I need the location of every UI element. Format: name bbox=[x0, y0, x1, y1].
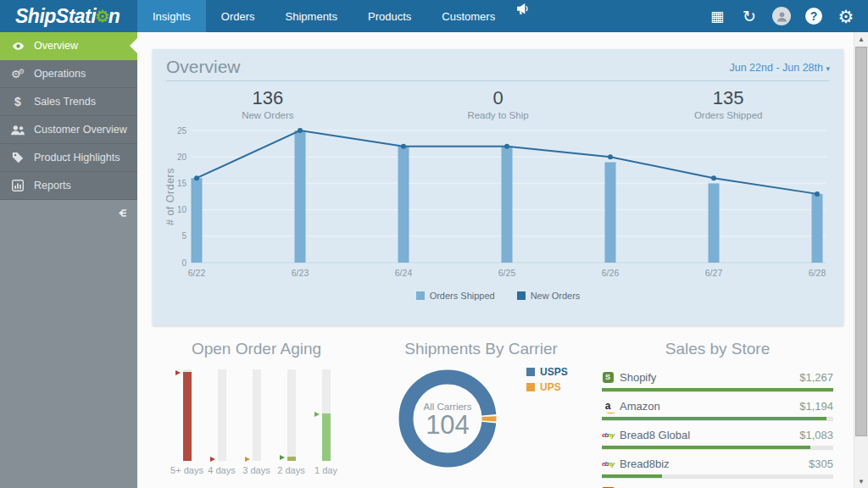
bar-orders-shipped bbox=[812, 194, 823, 263]
page-scrollbar[interactable]: ▲ ▼ bbox=[854, 32, 868, 488]
eye-icon bbox=[10, 40, 25, 53]
nav-tab-shipments[interactable]: Shipments bbox=[270, 0, 353, 32]
donut-center-value: 104 bbox=[426, 412, 470, 440]
aging-bar-4-days: 4 days bbox=[204, 369, 239, 475]
store-row-amazon: aAmazon$1,194 bbox=[602, 392, 833, 421]
help-icon[interactable]: ? bbox=[804, 6, 824, 26]
navbar-utility-icons: ▦↻?⚙ bbox=[707, 0, 868, 32]
nav-tab-customers[interactable]: Customers bbox=[426, 0, 510, 32]
ebay-icon: ebay bbox=[602, 458, 614, 469]
carrier-legend-usps: USPS bbox=[526, 366, 568, 378]
bar-orders-shipped bbox=[192, 178, 203, 263]
svg-text:5: 5 bbox=[181, 231, 186, 241]
gears-icon: ⚙⚙ bbox=[10, 69, 25, 80]
store-row-shopify: SShopify$1,267 bbox=[602, 363, 833, 392]
user-icon[interactable] bbox=[771, 6, 792, 26]
bar-orders-shipped bbox=[295, 130, 306, 263]
summary-stats: 136New Orders0Ready to Ship135Orders Shi… bbox=[153, 81, 843, 122]
sync-icon[interactable]: ↻ bbox=[739, 6, 760, 26]
settings-icon[interactable]: ⚙ bbox=[836, 6, 856, 26]
sidebar-item-reports[interactable]: Reports bbox=[0, 172, 137, 200]
svg-text:15: 15 bbox=[177, 179, 187, 188]
sidebar-item-overview[interactable]: Overview bbox=[0, 32, 137, 60]
aging-marker bbox=[210, 457, 215, 462]
top-navbar: ShipStati⚙n InsightsOrdersShipmentsProdu… bbox=[0, 0, 868, 32]
sidebar-item-label: Reports bbox=[34, 180, 71, 191]
svg-text:0: 0 bbox=[181, 258, 186, 268]
sidebar-item-label: Operations bbox=[34, 68, 86, 80]
aging-bar-2-days: 2 days bbox=[274, 369, 309, 475]
overview-card: Overview Jun 22nd - Jun 28th ▾ 136New Or… bbox=[153, 49, 843, 325]
sidebar-item-customer-overview[interactable]: Customer Overview bbox=[0, 116, 137, 144]
svg-text:25: 25 bbox=[177, 126, 187, 136]
open-order-aging-section: Open Order Aging 5+ days4 days3 days2 da… bbox=[153, 340, 360, 488]
carrier-legend: USPSUPS bbox=[526, 366, 568, 396]
bar-chart-icon bbox=[10, 180, 25, 191]
shopify-icon: S bbox=[602, 371, 614, 383]
aging-marker bbox=[175, 370, 181, 375]
sidebar-item-operations[interactable]: ⚙⚙Operations bbox=[0, 60, 137, 88]
calculator-icon[interactable]: ▦ bbox=[707, 6, 727, 26]
sidebar-item-sales-trends[interactable]: $Sales Trends bbox=[0, 88, 137, 116]
page-title: Overview bbox=[166, 57, 241, 77]
svg-text:20: 20 bbox=[177, 152, 187, 162]
scrollbar-thumb[interactable] bbox=[855, 47, 867, 436]
open-order-aging-chart: 5+ days4 days3 days2 days1 day bbox=[153, 369, 360, 475]
section-title: Sales by Store bbox=[602, 340, 833, 358]
chevron-down-icon: ▾ bbox=[826, 64, 830, 73]
announcements-button[interactable] bbox=[510, 0, 534, 20]
section-title: Open Order Aging bbox=[153, 340, 360, 358]
aging-marker bbox=[280, 455, 285, 460]
users-icon bbox=[10, 125, 25, 136]
stat-ready-to-ship: 0Ready to Ship bbox=[383, 87, 614, 120]
carrier-legend-ups: UPS bbox=[526, 381, 568, 393]
svg-text:6/24: 6/24 bbox=[395, 268, 413, 278]
aging-bar-1-day: 1 day bbox=[309, 369, 343, 475]
amazon-icon: a bbox=[602, 400, 614, 412]
stat-new-orders: 136New Orders bbox=[153, 87, 383, 120]
svg-text:6/27: 6/27 bbox=[705, 268, 723, 278]
sidebar-item-label: Product Highlights bbox=[34, 152, 120, 164]
bar-orders-shipped bbox=[709, 183, 720, 263]
chart-legend: Orders ShippedNew Orders bbox=[166, 291, 830, 301]
shipstation-logo[interactable]: ShipStati⚙n bbox=[0, 0, 137, 32]
sidebar-item-label: Overview bbox=[34, 40, 78, 52]
shipments-by-carrier-section: Shipments By Carrier All Carriers 104 US… bbox=[360, 340, 602, 488]
dollar-icon: $ bbox=[10, 96, 25, 108]
point-new-orders bbox=[298, 128, 303, 133]
point-new-orders bbox=[504, 144, 509, 149]
svg-text:6/23: 6/23 bbox=[292, 268, 309, 278]
section-title: Shipments By Carrier bbox=[360, 340, 602, 358]
scroll-up-arrow[interactable]: ▲ bbox=[854, 32, 868, 46]
nav-tab-insights[interactable]: Insights bbox=[137, 0, 206, 32]
store-row-bread8biz: ebayBread8biz$305 bbox=[602, 450, 833, 479]
scroll-down-arrow[interactable]: ▼ bbox=[854, 474, 868, 488]
legend-item-new-orders: New Orders bbox=[517, 291, 581, 301]
legend-item-orders-shipped: Orders Shipped bbox=[416, 291, 495, 301]
megaphone-icon bbox=[515, 3, 531, 19]
main-content: Overview Jun 22nd - Jun 28th ▾ 136New Or… bbox=[137, 32, 854, 488]
point-new-orders bbox=[401, 144, 406, 149]
point-new-orders bbox=[194, 175, 199, 180]
svg-text:# of Orders: # of Orders bbox=[166, 168, 176, 225]
svg-text:6/26: 6/26 bbox=[602, 268, 620, 278]
svg-text:10: 10 bbox=[177, 205, 187, 214]
collapse-sidebar-button[interactable] bbox=[0, 200, 137, 229]
aging-marker bbox=[314, 412, 320, 417]
sidebar-item-product-highlights[interactable]: Product Highlights bbox=[0, 144, 137, 172]
aging-marker bbox=[245, 457, 250, 462]
aging-bar-3-days: 3 days bbox=[239, 369, 274, 475]
nav-tab-orders[interactable]: Orders bbox=[206, 0, 270, 32]
ebay-icon: ebay bbox=[602, 429, 614, 441]
store-row-bread8-global: ebayBread8 Global$1,083 bbox=[602, 421, 833, 450]
nav-tab-products[interactable]: Products bbox=[353, 0, 426, 32]
logo-gear-icon: ⚙ bbox=[95, 7, 109, 26]
store-row-etsy: EEtsy$15 bbox=[602, 479, 833, 488]
carrier-donut-chart: All Carriers 104 bbox=[392, 363, 503, 477]
primary-nav: InsightsOrdersShipmentsProductsCustomers bbox=[137, 0, 510, 32]
point-new-orders bbox=[815, 191, 820, 197]
insights-sidebar: Overview⚙⚙Operations$Sales TrendsCustome… bbox=[0, 32, 137, 488]
bar-orders-shipped bbox=[502, 147, 513, 263]
sidebar-item-label: Customer Overview bbox=[34, 124, 127, 136]
date-range-dropdown[interactable]: Jun 22nd - Jun 28th ▾ bbox=[729, 62, 830, 77]
